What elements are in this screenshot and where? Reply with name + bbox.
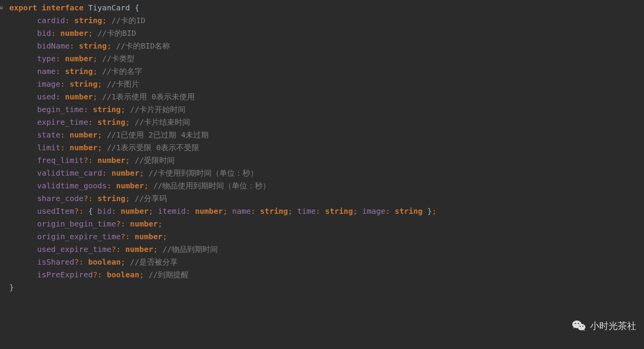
type-keyword: number (130, 219, 158, 228)
watermark: 小时光茶社 (572, 318, 636, 334)
type-keyword: number (125, 245, 153, 254)
type-keyword: number (121, 206, 148, 216)
interface-name: TiyanCard (88, 3, 130, 12)
type-keyword: string (74, 16, 102, 25)
code-line: limit: number; //1表示受限 0表示不受限 (9, 141, 644, 154)
svg-point-5 (582, 326, 583, 327)
svg-point-4 (580, 326, 581, 327)
code-line: share_code?: string; //分享码 (9, 192, 644, 205)
keyword-export: export (9, 3, 37, 12)
type-keyword: number (116, 181, 144, 190)
comment: //1已使用 2已过期 4未过期 (107, 130, 209, 139)
property: used (37, 92, 56, 101)
code-line: origin_begin_time?: number; (9, 218, 644, 230)
property: image (362, 206, 385, 216)
type-keyword: number (65, 92, 93, 101)
code-line-useditem: usedItem?: { bid: number; itemid: number… (9, 205, 644, 218)
property: state (37, 130, 60, 139)
property: name (37, 67, 56, 76)
code-line: state: number; //1已使用 2已过期 4未过期 (9, 129, 644, 141)
property: validtime_goods (37, 181, 107, 190)
type-keyword: string (98, 194, 125, 203)
optional-marker: ? (74, 257, 79, 267)
property: time (297, 206, 316, 216)
svg-point-3 (578, 323, 579, 324)
wechat-icon (572, 318, 587, 334)
code-line: export interface TiyanCard { (9, 2, 644, 14)
comment: //卡的BID名称 (116, 41, 170, 50)
optional-marker: ? (121, 232, 125, 241)
comment: //是否被分享 (130, 257, 178, 267)
comment: //分享码 (135, 194, 167, 203)
property: type (37, 54, 56, 63)
code-line: cardid: string; //卡的ID (9, 14, 644, 27)
comment: //受限时间 (135, 156, 175, 165)
property: bidName (37, 41, 69, 50)
code-line: used: number; //1表示使用 0表示未使用 (9, 91, 644, 103)
type-keyword: number (135, 232, 162, 241)
code-line: type: number; //卡类型 (9, 52, 644, 65)
comment: //卡使用到期时间（单位：秒） (148, 168, 258, 178)
brace-close: } (9, 283, 14, 292)
code-line: used_expire_time?: number; //物品到期时间 (9, 243, 644, 256)
type-keyword: boolean (88, 257, 121, 267)
fold-end-icon[interactable]: ⊟ (0, 2, 8, 14)
property: expire_time (37, 117, 88, 127)
code-line: image: string; //卡图片 (9, 78, 644, 91)
keyword-interface: interface (42, 3, 83, 12)
code-line: freq_limit?: number; //受限时间 (9, 154, 644, 167)
type-keyword: string (65, 67, 93, 76)
property: bid (37, 29, 51, 38)
type-keyword: number (195, 206, 223, 216)
property: isPreExpired (37, 270, 93, 279)
code-editor[interactable]: ⊟ export interface TiyanCard { cardid: s… (0, 0, 644, 294)
optional-marker: ? (74, 206, 79, 216)
code-line: bid: number; //卡的BID (9, 27, 644, 40)
type-keyword: string (70, 79, 98, 89)
property: usedItem (37, 206, 74, 216)
comment: //物品到期时间 (162, 245, 218, 254)
type-keyword: string (395, 206, 423, 216)
comment: //到期提醒 (148, 270, 189, 279)
property: origin_begin_time (37, 219, 116, 228)
property: validtime_card (37, 168, 102, 178)
code-line: isPreExpired?: boolean; //到期提醒 (9, 268, 644, 281)
type-keyword: string (260, 206, 288, 216)
optional-marker: ? (93, 270, 98, 279)
optional-marker: ? (84, 194, 88, 203)
type-keyword: number (98, 156, 125, 165)
comment: //卡的ID (111, 16, 145, 25)
code-line: expire_time: string; //卡片结束时间 (9, 116, 644, 129)
comment: //卡图片 (107, 79, 139, 89)
type-keyword: number (70, 143, 98, 152)
type-keyword: number (60, 29, 88, 38)
code-body: cardid: string; //卡的ID bid: number; //卡的… (9, 14, 644, 205)
comment: //卡类型 (102, 54, 135, 63)
type-keyword: string (79, 41, 107, 50)
property: itemid (158, 206, 185, 216)
code-line: isShared?: boolean; //是否被分享 (9, 256, 644, 268)
svg-point-2 (575, 323, 576, 324)
property: cardid (37, 16, 65, 25)
type-keyword: number (70, 130, 98, 139)
property: used_expire_time (37, 245, 111, 254)
property: isShared (37, 257, 74, 267)
comment: //卡片结束时间 (135, 117, 190, 127)
code-line: name: string; //卡的名字 (9, 65, 644, 78)
type-keyword: string (325, 206, 353, 216)
optional-marker: ? (116, 219, 121, 228)
comment: //卡的BID (98, 29, 136, 38)
svg-point-1 (578, 324, 585, 331)
type-keyword: number (111, 168, 139, 178)
property: limit (37, 143, 60, 152)
property: freq_limit (37, 156, 83, 165)
code-line: begin_time: string; //卡片开始时间 (9, 103, 644, 116)
comment: //卡的名字 (102, 67, 142, 76)
code-line: validtime_goods: number; //物品使用到期时间（单位：秒… (9, 180, 644, 192)
optional-marker: ? (84, 156, 88, 165)
gutter-bottom: ⊟ (0, 2, 8, 347)
optional-marker: ? (111, 245, 116, 254)
brace-open: { (135, 3, 139, 12)
property: share_code (37, 194, 83, 203)
property: bid (98, 206, 111, 216)
